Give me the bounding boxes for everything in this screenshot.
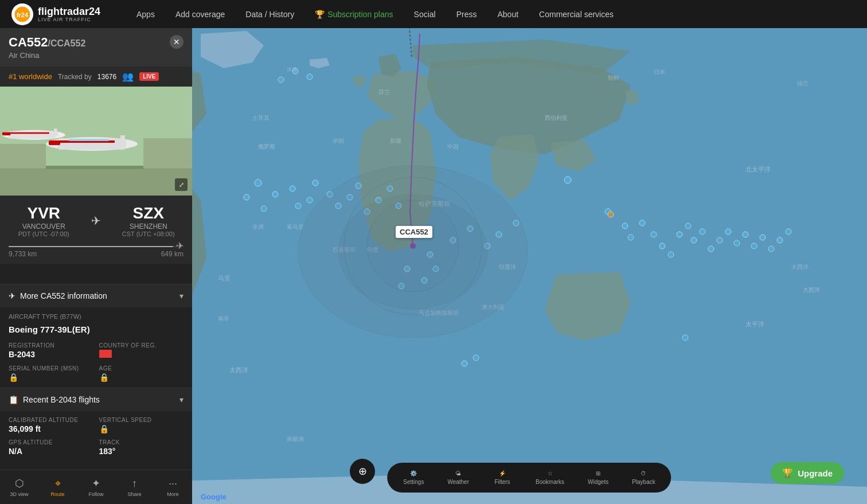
nav-apps[interactable]: Apps [126, 0, 165, 28]
3d-label: 3D view [10, 491, 28, 497]
compass-button[interactable]: ⊕ [350, 459, 375, 484]
filters-icon: ⚡ [499, 470, 506, 476]
aircraft-photo: © XieTM ⤢ [0, 87, 192, 196]
progress-track: ✈ [9, 246, 183, 247]
flight-icon: ✈ [9, 291, 15, 300]
settings-label: Settings [403, 479, 424, 485]
logo-name: flightradar24 [38, 6, 100, 17]
track-item: TRACK 183° [99, 439, 184, 456]
google-logo: Google [201, 493, 226, 501]
svg-point-58 [682, 335, 688, 341]
svg-rect-98 [0, 167, 192, 196]
playback-icon: ⏱ [641, 470, 646, 476]
svg-point-42 [668, 252, 674, 257]
more-button[interactable]: ··· More [154, 475, 192, 500]
widgets-label: Widgets [588, 479, 608, 485]
svg-point-39 [639, 220, 645, 226]
country-item: COUNTRY OF REG. [99, 342, 184, 360]
distance-right: 649 km [161, 250, 183, 258]
svg-rect-108 [8, 131, 54, 139]
svg-point-57 [608, 212, 614, 217]
nav-subscription[interactable]: 🏆 Subscription plans [304, 0, 403, 28]
follow-icon: ✦ [92, 477, 100, 490]
svg-point-49 [725, 229, 731, 235]
svg-point-47 [708, 246, 714, 252]
route-button[interactable]: ⌖ Route [38, 475, 77, 500]
destination-tz: CST (UTC +08:00) [114, 230, 184, 237]
svg-point-53 [760, 235, 766, 240]
nav-social[interactable]: Social [404, 0, 446, 28]
svg-point-43 [677, 232, 682, 237]
expand-photo-button[interactable]: ⤢ [175, 178, 188, 191]
svg-rect-104 [120, 135, 125, 147]
google-credit: Google [201, 493, 226, 501]
svg-point-56 [786, 229, 791, 235]
eta-placeholder [0, 264, 192, 284]
nav-commercial[interactable]: Commercial services [529, 0, 624, 28]
nav-data-history[interactable]: Data / History [235, 0, 304, 28]
tracked-count: 13676 [97, 73, 116, 81]
gps-label: GPS ALTITUDE [9, 439, 93, 446]
settings-button[interactable]: ⚙️ Settings [393, 466, 434, 490]
destination-code: SZX [114, 204, 184, 222]
airline-name: Air China [9, 51, 85, 60]
people-icon: 👥 [122, 71, 134, 82]
age-label: AGE [99, 365, 184, 372]
progress-plane-icon: ✈ [176, 240, 183, 251]
svg-text:西伯利亚: 西伯利亚 [545, 115, 568, 121]
nav-press[interactable]: Press [446, 0, 487, 28]
3d-view-button[interactable]: ⬡ 3D view [0, 474, 38, 500]
flight-panel: CA552/CCA552 Air China ✕ #1 worldwide Tr… [0, 28, 192, 470]
weather-icon: 🌤 [455, 470, 461, 476]
upgrade-button[interactable]: 🏆 Upgrade [771, 462, 844, 484]
weather-button[interactable]: 🌤 Weather [437, 466, 479, 490]
close-button[interactable]: ✕ [170, 35, 183, 49]
upgrade-icon: 🏆 [782, 468, 793, 478]
country-flag [99, 350, 184, 360]
filters-label: Filters [494, 479, 510, 485]
registration-label: REGISTRATION [9, 342, 93, 349]
playback-label: Playback [632, 479, 655, 485]
share-button[interactable]: ↑ Share [115, 475, 154, 500]
svg-point-45 [691, 237, 697, 243]
details-grid: REGISTRATION B-2043 COUNTRY OF REG. SERI… [9, 342, 183, 382]
nav-add-coverage[interactable]: Add coverage [165, 0, 235, 28]
svg-point-8 [255, 179, 261, 186]
svg-rect-115 [143, 138, 192, 169]
filters-button[interactable]: ⚡ Filters [482, 466, 522, 490]
svg-rect-112 [8, 132, 49, 134]
tracking-bar: #1 worldwide Tracked by 13676 👥 LIVE [0, 67, 192, 87]
svg-text:伊朗: 伊朗 [333, 138, 344, 144]
share-icon: ↑ [132, 478, 137, 490]
follow-button[interactable]: ✦ Follow [77, 474, 115, 500]
playback-button[interactable]: ⏱ Playback [622, 466, 666, 490]
logo[interactable]: fr24 flightradar24 LIVE AIR TRAFFIC [0, 3, 126, 25]
svg-point-35 [564, 177, 571, 183]
svg-point-41 [659, 243, 665, 249]
svg-point-51 [743, 232, 748, 237]
nav-about[interactable]: About [487, 0, 529, 28]
svg-text:大西洋: 大西洋 [791, 264, 809, 270]
more-info-toggle[interactable]: ✈ More CA552 information ▾ [0, 284, 192, 307]
svg-point-9 [272, 192, 278, 197]
destination-airport: SZX SHENZHEN CST (UTC +08:00) [114, 204, 184, 237]
altitude-item: CALIBRATED ALTITUDE 36,099 ft [9, 417, 93, 433]
svg-point-15 [313, 180, 318, 186]
serial-label: SERIAL NUMBER (MSN) [9, 365, 93, 372]
aircraft-details: AIRCRAFT TYPE (B77W) Boeing 777-39L(ER) … [0, 307, 192, 388]
svg-text:非洲: 非洲 [252, 224, 264, 230]
gps-item: GPS ALTITUDE N/A [9, 439, 93, 456]
lock-icon-2: 🔒 [99, 373, 109, 382]
follow-label: Follow [88, 491, 103, 497]
callsign: /CCA552 [48, 38, 85, 48]
recent-flights-section: 📋 Recent B-2043 flights ▾ [0, 388, 192, 411]
flight-data-grid: CALIBRATED ALTITUDE 36,099 ft VERTICAL S… [9, 417, 183, 456]
bookmarks-label: Bookmarks [536, 479, 564, 485]
svg-point-44 [685, 223, 691, 229]
altitude-value: 36,099 ft [9, 424, 93, 433]
registration-item: REGISTRATION B-2043 [9, 342, 93, 360]
widgets-button[interactable]: ⊞ Widgets [577, 466, 619, 490]
bookmarks-icon: ☆ [548, 470, 553, 476]
svg-point-12 [261, 206, 267, 212]
bookmarks-button[interactable]: ☆ Bookmarks [525, 466, 575, 490]
